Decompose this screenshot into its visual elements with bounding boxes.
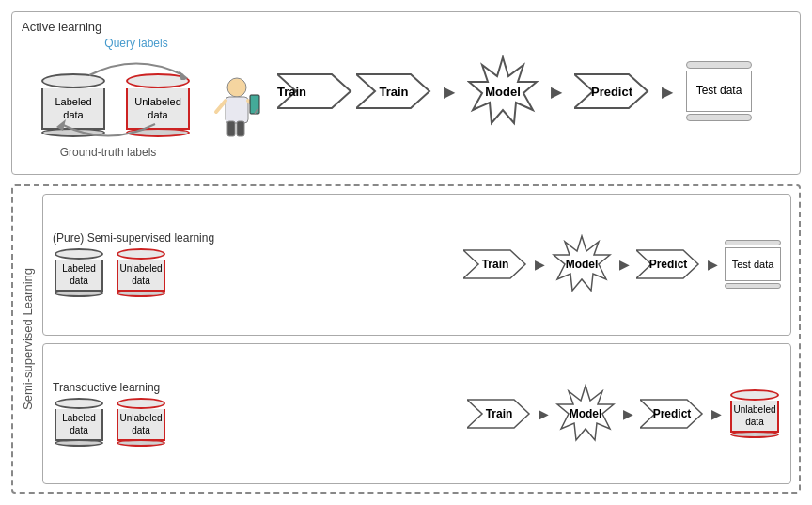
svg-line-5 <box>216 101 226 112</box>
cyl-bottom-pure-unlabeled <box>117 290 165 297</box>
svg-marker-0 <box>179 71 188 80</box>
semi-supervised-section: Semi-supervised Learning (Pure) Semi-sup… <box>11 184 801 494</box>
train-arrow-label: Train <box>379 85 408 99</box>
transductive-labeled-cylinder: Labeled data <box>53 398 105 447</box>
pure-predict-shape: Predict <box>636 247 700 281</box>
pure-test-scroll: Test data <box>725 240 781 289</box>
trans-train-shape: Train <box>467 397 531 431</box>
svg-rect-2 <box>226 97 248 123</box>
pure-semi-title: (Pure) Semi-supervised learning <box>53 231 278 245</box>
cyl-body-trans-unlabeled: Unlabeled data <box>117 409 165 441</box>
cyl-top-trans-unlabeled <box>117 398 165 409</box>
cyl-body-pure-unlabeled: Unlabeled data <box>117 260 165 292</box>
svg-rect-4 <box>237 121 244 136</box>
predict-label: Predict <box>591 85 632 99</box>
trans-model-starburst: Model <box>555 384 616 444</box>
trans-predict-shape: Predict <box>640 397 704 431</box>
cyl-body-trans-output: Unlabeled data <box>730 401 779 433</box>
scroll-bottom <box>686 114 752 121</box>
scroll-top <box>686 61 752 69</box>
arrow-connector-3: ▶ <box>653 84 681 99</box>
svg-rect-3 <box>227 121 235 136</box>
svg-rect-7 <box>250 95 259 114</box>
active-learning-left: Query labels Labeled data <box>23 20 268 163</box>
transductive-unlabeled-input-cylinder: Unlabeled data <box>115 398 167 447</box>
transductive-output-cylinder: Unlabeled data <box>728 389 781 438</box>
trans-model-label: Model <box>570 407 602 420</box>
pure-pipeline: Train ▶ Model ▶ <box>286 234 781 294</box>
cyl-body-pure-labeled: Labeled data <box>55 260 103 292</box>
pure-scroll-content: Test data <box>725 247 781 281</box>
pure-scroll-top <box>725 240 781 245</box>
cyl-top-trans-output <box>730 389 779 401</box>
pure-connector-2: ▶ <box>615 257 633 272</box>
cyl-top-pure-labeled <box>55 248 103 260</box>
ground-truth-arrow-icon <box>52 119 164 146</box>
pure-scroll-bottom <box>725 283 781 289</box>
pure-model-starburst: Model <box>552 234 612 294</box>
trans-connector-1: ▶ <box>534 406 553 421</box>
pure-connector-1: ▶ <box>530 257 549 272</box>
svg-marker-10 <box>277 74 351 108</box>
cyl-top-trans-labeled <box>55 398 103 409</box>
trans-connector-3: ▶ <box>707 406 726 421</box>
query-arrow-icon <box>80 52 193 80</box>
pure-labeled-cylinder: Labeled data <box>53 248 105 297</box>
pure-train-label: Train <box>482 258 509 271</box>
cyl-body-trans-labeled: Labeled data <box>55 409 103 441</box>
pure-cylinders: Labeled data Unlabeled data <box>53 248 278 297</box>
pure-train-shape: Train <box>463 247 527 281</box>
person-icon <box>212 76 261 144</box>
semi-supervised-content: (Pure) Semi-supervised learning Labeled … <box>42 194 791 484</box>
arrow-connector-2: ▶ <box>542 84 570 99</box>
svg-point-1 <box>227 78 246 97</box>
trans-connector-2: ▶ <box>618 406 637 421</box>
trans-train-label: Train <box>486 407 513 420</box>
train-arrow-shape <box>277 71 352 112</box>
scroll-text-active: Test data <box>686 71 752 112</box>
transductive-pipeline: Train ▶ Model ▶ <box>286 384 781 444</box>
cyl-bottom-trans-output <box>730 431 779 438</box>
cyl-bottom-trans-labeled <box>55 439 103 447</box>
teacher-illustration <box>212 76 261 144</box>
query-labels-text: Query labels <box>104 37 167 50</box>
main-container: Active learning Query labels Labeled da <box>0 0 812 505</box>
svg-marker-9 <box>56 119 66 131</box>
pure-connector-3: ▶ <box>703 257 722 272</box>
semi-supervised-label: Semi-supervised Learning <box>21 194 35 484</box>
cyl-bottom-pure-labeled <box>55 290 103 297</box>
pure-predict-label: Predict <box>649 258 688 271</box>
model-starburst: Model <box>467 55 539 127</box>
pure-model-label: Model <box>566 258 599 271</box>
pure-semi-supervised-box: (Pure) Semi-supervised learning Labeled … <box>42 194 791 336</box>
predict-shape: Predict <box>574 71 649 112</box>
cyl-bottom-trans-unlabeled <box>117 439 165 447</box>
pure-unlabeled-cylinder: Unlabeled data <box>115 248 167 297</box>
transductive-cylinders: Labeled data Unlabeled data <box>53 398 278 447</box>
arrow-connector-1: ▶ <box>435 84 463 99</box>
transductive-box: Transductive learning Labeled data <box>42 343 791 485</box>
cyl-top-pure-unlabeled <box>117 248 165 260</box>
ground-truth-text: Ground-truth labels <box>60 146 157 159</box>
active-learning-section: Active learning Query labels Labeled da <box>11 11 801 175</box>
trans-predict-label: Predict <box>653 407 692 420</box>
active-learning-pipeline: Train Train ▶ Model ▶ <box>277 55 789 127</box>
test-data-scroll: Test data <box>685 61 753 121</box>
transductive-title: Transductive learning <box>53 381 278 394</box>
model-label: Model <box>485 85 521 99</box>
